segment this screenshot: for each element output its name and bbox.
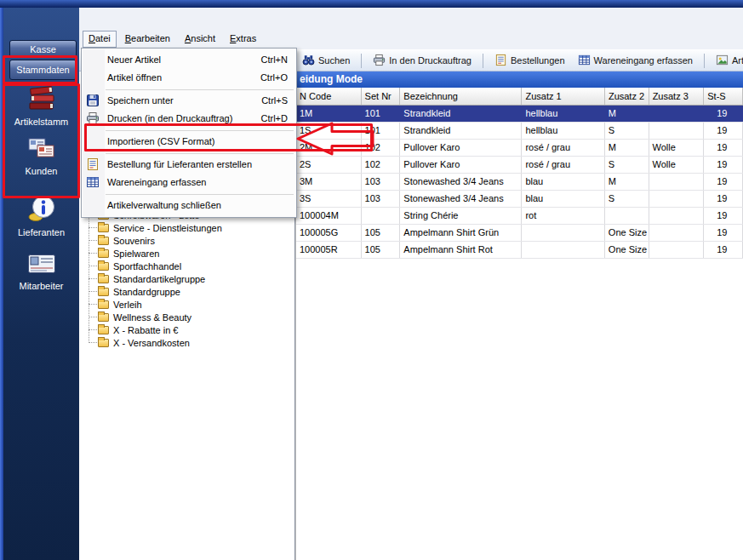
order-form-icon [86, 157, 100, 172]
tree-item[interactable]: Wellness & Beauty [86, 311, 290, 323]
menu-separator [106, 153, 294, 154]
cell-name: Strandkleid [400, 106, 522, 122]
sidebar-button-stammdaten[interactable]: Stammdaten [9, 60, 77, 80]
menu-item-shortcut: Ctrl+N [261, 51, 288, 69]
menubar-item-datei[interactable]: Datei [83, 31, 117, 48]
bestellungen-button[interactable]: Bestellungen [490, 52, 569, 70]
file-menu-popup: Neuer Artikel Ctrl+N Artikel öffnen Ctrl… [81, 48, 297, 218]
cell-code: 1M [296, 106, 362, 122]
cell-tax: 19 [704, 140, 743, 156]
table-row[interactable]: 100005R 105 Ampelmann Shirt Rot One Size… [296, 242, 743, 259]
cell-tax: 19 [704, 106, 743, 122]
tree-item[interactable]: Standardgruppe [86, 285, 290, 298]
group-header: eidung Mode [295, 71, 743, 88]
cell-tax: 19 [704, 242, 743, 258]
toolbar-separator [361, 54, 362, 68]
tree-item[interactable]: Service - Dienstleistungen [86, 221, 290, 234]
tree-item-label: Souvenirs [113, 236, 155, 246]
tree-item[interactable]: X - Versandkosten [86, 336, 290, 349]
cell-code: 100005G [296, 225, 362, 241]
cell-tax: 19 [704, 174, 743, 190]
toolbar-separator [483, 54, 483, 68]
menu-item-label: Neuer Artikel [107, 54, 161, 65]
table-row[interactable]: 2S 102 Pullover Karo rosé / grau S Wolle… [296, 157, 743, 174]
cell-zusatz2: M [605, 140, 649, 156]
cell-code: 1S [296, 123, 362, 139]
table-row[interactable]: 1M 101 Strandkleid hellblau M 19 [296, 106, 743, 123]
menu-item-wareneingang[interactable]: Wareneingang erfassen [82, 174, 296, 191]
table-row[interactable]: 2M 102 Pullover Karo rosé / grau M Wolle… [296, 140, 743, 157]
sidebar-item-kunden[interactable]: Kunden [3, 136, 79, 176]
wareneingang-button[interactable]: Wareneingang erfassen [574, 52, 697, 70]
cell-set: 102 [362, 157, 401, 173]
menubar-item-extras[interactable]: Extras [224, 31, 262, 48]
menu-item-importieren-csv[interactable]: Importieren (CSV Format) [82, 133, 296, 151]
tree-item[interactable]: Souvenirs [86, 234, 290, 247]
order-form-icon [494, 54, 507, 68]
folder-icon [98, 288, 109, 296]
printer-icon [86, 111, 100, 126]
sidebar-item-label: Artikelstamm [14, 117, 69, 127]
artikelbild-button[interactable]: Artikelbild [712, 52, 743, 70]
cell-zusatz2: S [605, 191, 649, 207]
table-row[interactable]: 100004M String Chérie rot 19 [296, 208, 743, 225]
menu-item-neuer-artikel[interactable]: Neuer Artikel Ctrl+N [82, 51, 296, 69]
menubar-item-bearbeiten[interactable]: Bearbeiten [119, 31, 176, 48]
column-header-steuersatz[interactable]: St-S [704, 88, 743, 105]
cell-zusatz2: One Size [605, 242, 649, 258]
tree-item[interactable]: Standardartikelgruppe [86, 272, 290, 285]
tree-item[interactable]: Spielwaren [86, 247, 290, 260]
cell-tax: 19 [704, 225, 743, 241]
menu-item-drucken[interactable]: Drucken (in den Druckauftrag) Ctrl+D [82, 110, 296, 128]
cell-zusatz1: hellblau [522, 106, 604, 122]
column-header-zusatz2[interactable]: Zusatz 2 [605, 88, 649, 105]
sidebar-button-kasse[interactable]: Kasse [9, 40, 77, 58]
application-window: Kasse Stammdaten Artikelstamm Kunden Lie… [0, 0, 743, 560]
menu-item-speichern-unter[interactable]: Speichern unter Ctrl+S [82, 92, 296, 110]
table-row[interactable]: 3S 103 Stonewashed 3/4 Jeans blau S 19 [296, 191, 743, 208]
menubar-item-ansicht[interactable]: Ansicht [179, 31, 221, 48]
cell-zusatz1: rosé / grau [522, 140, 604, 156]
article-table: N Code Set Nr Bezeichnung Zusatz 1 Zusat… [295, 88, 743, 560]
cell-tax: 19 [704, 123, 743, 139]
tree-item[interactable]: Verleih [86, 298, 290, 311]
table-row[interactable]: 3M 103 Stonewashed 3/4 Jeans blau M 19 [296, 174, 743, 191]
menu-item-label: Wareneingang erfassen [107, 177, 206, 187]
table-row[interactable]: 100005G 105 Ampelmann Shirt Grün One Siz… [296, 225, 743, 242]
menu-item-bestellung-lieferanten[interactable]: Bestellung für Lieferanten erstellen [82, 156, 296, 174]
column-header-zusatz1[interactable]: Zusatz 1 [522, 88, 604, 105]
folder-icon [98, 237, 109, 245]
suchen-button[interactable]: Suchen [298, 52, 354, 70]
tree-item[interactable]: Sportfachhandel [86, 260, 290, 272]
cell-code: 2S [296, 157, 362, 173]
column-header-ean-code[interactable]: N Code [296, 88, 362, 105]
menubar: Datei Bearbeiten Ansicht Extras [79, 31, 743, 48]
cell-tax: 19 [704, 208, 743, 224]
sidebar: Kasse Stammdaten Artikelstamm Kunden Lie… [3, 8, 79, 560]
folder-icon [98, 249, 109, 258]
menu-item-artikelverwaltung-schliessen[interactable]: Artikelverwaltung schließen [82, 197, 296, 214]
cell-set: 105 [362, 225, 401, 241]
sidebar-item-lieferanten[interactable]: Lieferanten [3, 194, 79, 237]
cell-code: 2M [296, 140, 362, 156]
sidebar-item-artikelstamm[interactable]: Artikelstamm [3, 85, 79, 127]
cell-code: 3M [296, 174, 362, 190]
cell-zusatz1: rosé / grau [522, 157, 604, 173]
folder-icon [98, 275, 109, 283]
tree-item[interactable]: X - Rabatte in € [86, 323, 290, 336]
column-header-set-nr[interactable]: Set Nr [362, 88, 401, 105]
sidebar-item-mitarbeiter[interactable]: Mitarbeiter [3, 251, 79, 291]
sidebar-item-label: Kunden [26, 166, 58, 176]
folder-icon [98, 326, 109, 334]
toolbar-separator [704, 54, 705, 68]
menu-separator [106, 130, 294, 131]
cell-zusatz1 [522, 242, 604, 258]
window-titlebar [0, 0, 743, 8]
druckauftrag-button[interactable]: In den Druckauftrag [369, 52, 476, 70]
table-row[interactable]: 1S 101 Strandkleid hellblau S 19 [296, 123, 743, 140]
column-header-zusatz3[interactable]: Zusatz 3 [649, 88, 705, 105]
menu-item-artikel-oeffnen[interactable]: Artikel öffnen Ctrl+O [82, 69, 296, 87]
column-header-bezeichnung[interactable]: Bezeichnung [400, 88, 522, 105]
tree-item-label: Sportfachhandel [113, 261, 181, 271]
toolbar-button-label: Artikelbild [732, 55, 743, 66]
